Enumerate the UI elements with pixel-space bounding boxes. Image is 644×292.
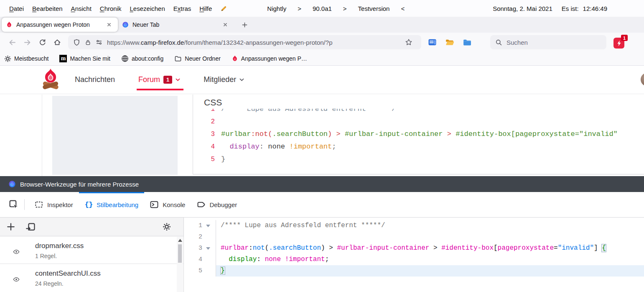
menubar-item-hilfe[interactable]: Hilfe	[195, 3, 216, 14]
devtools-tab-konsole[interactable]: Konsole	[144, 192, 191, 217]
fold-arrow-icon[interactable]	[206, 247, 210, 250]
menubar-status-item[interactable]: <	[401, 5, 405, 12]
menubar-item-datei[interactable]: Datei	[5, 3, 28, 14]
stylesheet-item-dropmarker-css[interactable]: dropmarker.css1 Regel.	[0, 236, 183, 264]
menubar-item-bearbeiten[interactable]: Bearbeiten	[28, 3, 67, 14]
node-picker-button[interactable]	[7, 197, 21, 212]
tabs: Anpassungen wegen ProtonNeuer Tab	[2, 18, 234, 33]
nightly-logo-icon	[8, 180, 16, 188]
active-nav-underline	[137, 89, 183, 90]
sidebar-placeholder-block	[52, 96, 178, 175]
line-number: 2	[184, 231, 202, 243]
menubar-status-item[interactable]: Nightly	[267, 5, 286, 12]
new-tab-button[interactable]	[238, 18, 251, 31]
tab-close-icon[interactable]	[221, 20, 230, 29]
downloads-bolt-button[interactable]: 1	[613, 36, 625, 48]
browser-tab-neuer-tab[interactable]: Neuer Tab	[118, 18, 234, 32]
menubar-item-extras[interactable]: Extras	[169, 3, 196, 14]
form-fill-pencil-icon[interactable]	[220, 5, 227, 12]
browser-tab-anpassungen-wegen-proton[interactable]: Anpassungen wegen Proton	[2, 18, 118, 32]
menubar-status-item[interactable]: >	[298, 5, 301, 12]
bookmark-star-icon[interactable]	[405, 38, 412, 46]
editor-gutter: 4	[184, 254, 216, 265]
bookmark-item-anpassungen-wegen-p[interactable]: Anpassungen wegen P…	[232, 55, 307, 62]
bookmark-item-machen-sie-mit[interactable]: mMachen Sie mit	[59, 55, 110, 62]
devtools-main: dropmarker.css1 Regel.contentSearchUI.cs…	[0, 218, 644, 292]
code-line: 4 display: none !important;	[204, 141, 644, 153]
devtools-tab-debugger[interactable]: Debugger	[191, 192, 243, 217]
tab-bar: Anpassungen wegen ProtonNeuer Tab	[0, 17, 644, 33]
line-number: 1	[184, 220, 202, 231]
sidebar-toggle-icon[interactable]	[428, 38, 437, 46]
fold-arrow-icon[interactable]	[206, 225, 210, 227]
url-bar[interactable]: https://www.camp-firefox.de/forum/thema/…	[68, 35, 421, 49]
forum-nav-nachrichten[interactable]: Nachrichten	[75, 66, 115, 94]
visibility-eye-icon[interactable]	[11, 244, 22, 259]
tracking-protection-shield-icon[interactable]	[73, 39, 80, 46]
home-button[interactable]	[50, 36, 64, 49]
time-label: Es ist:	[562, 5, 579, 12]
chevron-down-icon	[239, 78, 244, 82]
blue-folder-icon[interactable]	[463, 38, 472, 46]
nav-label: Nachrichten	[75, 75, 115, 84]
devtools-tab-label: Inspektor	[47, 201, 73, 208]
menubar-status-item[interactable]: 90.0a1	[313, 5, 332, 12]
menubar-item-lesezeichen[interactable]: Lesezeichen	[126, 3, 169, 14]
back-button[interactable]	[5, 36, 19, 49]
reload-button[interactable]	[35, 36, 49, 49]
stylesheet-name: contentSearchUI.css	[35, 269, 101, 278]
lock-icon[interactable]	[85, 39, 91, 46]
devtools-tab-label: Debugger	[209, 201, 237, 208]
scrollbar-thumb[interactable]	[178, 244, 182, 263]
bookmark-item-neuer-ordner[interactable]: Neuer Ordner	[174, 55, 221, 62]
editor-gutter: 1	[184, 220, 216, 231]
search-input[interactable]	[507, 39, 590, 46]
forward-button[interactable]	[20, 36, 34, 49]
bookmark-item-about-config[interactable]: about:config	[121, 55, 163, 62]
style-editor-code[interactable]: 1/**** Lupe aus Adressfeld entfernt ****…	[184, 218, 644, 292]
avatar[interactable]	[641, 73, 644, 86]
bookmark-label: Anpassungen wegen P…	[241, 55, 307, 62]
line-number: 2	[204, 115, 215, 128]
menubar-item-chronik[interactable]: Chronik	[96, 3, 126, 14]
devtools-title-bar[interactable]: Browser-Werkzeuge für mehrere Prozesse	[0, 176, 644, 192]
forum-nav-forum[interactable]: Forum1	[138, 66, 180, 94]
line-number: 1	[204, 109, 215, 115]
tab-close-icon[interactable]	[104, 20, 114, 29]
bookmark-item-meistbesucht[interactable]: Meistbesucht	[4, 55, 48, 62]
menubar-status-item[interactable]: >	[343, 5, 347, 12]
campfire-logo[interactable]	[40, 68, 61, 92]
sidebar-scrollbar[interactable]	[177, 237, 183, 292]
editor-line: 4 display: none !important;	[184, 254, 644, 265]
scroll-up-arrow[interactable]	[178, 239, 182, 242]
editor-gutter: 2	[184, 231, 216, 243]
line-number: 3	[204, 128, 215, 141]
stylesheet-toolbar	[0, 218, 183, 236]
url-text[interactable]: https://www.camp-firefox.de/forum/thema/…	[107, 39, 402, 46]
stylesheet-name: dropmarker.css	[35, 242, 84, 250]
permissions-icon[interactable]	[96, 39, 102, 46]
devtools-tab-stilbearbeitung[interactable]: {}Stilbearbeitung	[79, 192, 144, 217]
unread-count-badge: 1	[163, 76, 172, 84]
forum-nav-mitglieder[interactable]: Mitglieder	[204, 66, 244, 94]
page-content: NachrichtenForum1Mitglieder CSS 1/**** L…	[0, 66, 644, 176]
stylesheet-item-contentsearchui-css[interactable]: contentSearchUI.css24 Regeln.	[0, 264, 183, 291]
menubar-item-ansicht[interactable]: Ansicht	[67, 3, 96, 14]
import-stylesheet-button[interactable]	[26, 223, 36, 231]
url-domain: camp-firefox.de	[141, 39, 184, 46]
menubar-status-item[interactable]: Testversion	[358, 5, 390, 12]
new-stylesheet-button[interactable]	[7, 223, 15, 231]
active-tab-indicator	[79, 192, 144, 193]
forum-nav: NachrichtenForum1Mitglieder	[75, 66, 244, 94]
url-scheme: https://www.	[107, 39, 141, 46]
open-folder-icon[interactable]	[445, 38, 454, 46]
visibility-eye-icon[interactable]	[11, 272, 22, 287]
stylesheet-rule-count: 1 Regel.	[35, 253, 84, 259]
mozilla-m-icon: m	[59, 55, 67, 62]
search-bar[interactable]	[490, 35, 606, 49]
line-number: 5	[204, 153, 215, 166]
layout-divider	[42, 95, 42, 176]
search-icon	[495, 39, 502, 46]
options-gear-icon[interactable]	[163, 223, 171, 231]
devtools-tab-inspektor[interactable]: Inspektor	[29, 192, 79, 217]
